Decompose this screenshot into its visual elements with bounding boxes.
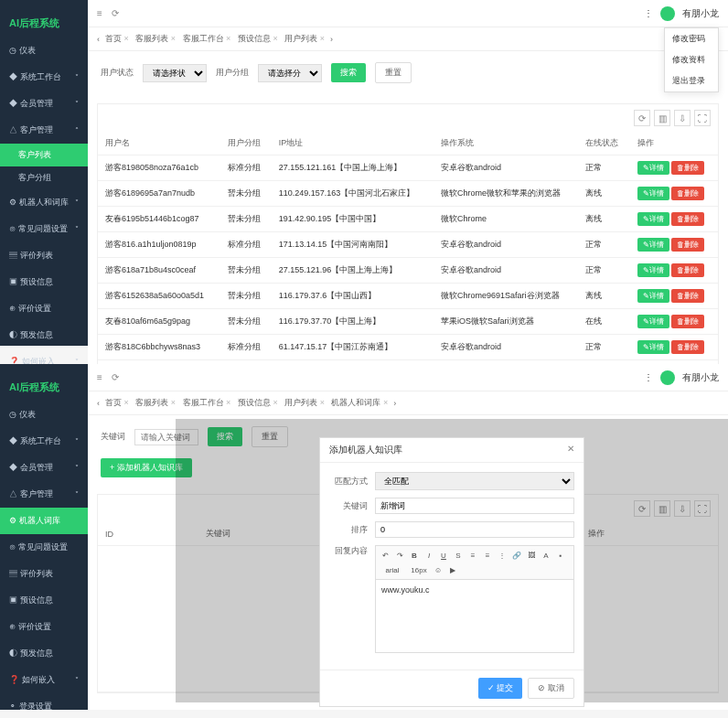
tab-close-icon[interactable]: × <box>320 34 325 43</box>
delete-button[interactable]: 🗑删除 <box>671 187 704 200</box>
keyword-input[interactable] <box>375 498 574 514</box>
detail-button[interactable]: ✎详情 <box>637 212 669 226</box>
tab[interactable]: 预设信息 × <box>238 398 278 407</box>
align-center-icon[interactable]: ≡ <box>481 549 494 562</box>
cancel-button[interactable]: ⊘ 取消 <box>528 678 574 699</box>
sidebar-item-5[interactable]: ⊙ 常见问题设置˅ <box>0 216 88 242</box>
tab[interactable]: 首页 × <box>105 398 129 407</box>
align-left-icon[interactable]: ≡ <box>466 549 479 562</box>
detail-button[interactable]: ✎详情 <box>637 263 669 277</box>
nav-next-icon[interactable]: › <box>330 35 333 44</box>
sidebar-item-4[interactable]: ⚙ 机器人词库 <box>0 508 88 534</box>
avatar[interactable] <box>660 370 675 385</box>
sidebar-item-5[interactable]: ⊙ 常见问题设置 <box>0 534 88 561</box>
strike-icon[interactable]: S <box>452 549 465 562</box>
tab-close-icon[interactable]: × <box>171 34 176 43</box>
delete-button[interactable]: 🗑删除 <box>671 340 704 354</box>
sidebar-item-2[interactable]: ◆ 会员管理˅ <box>0 91 88 117</box>
refresh-icon[interactable]: ⟳ <box>112 372 119 382</box>
emoji-icon[interactable]: ☺ <box>432 563 444 576</box>
menu-icon[interactable]: ≡ <box>97 8 102 18</box>
editor-textarea[interactable]: www.youku.c <box>375 580 574 653</box>
sidebar-item-3[interactable]: △ 客户管理˄ <box>0 117 88 144</box>
close-icon[interactable]: ✕ <box>567 444 574 456</box>
sidebar-item-1[interactable]: ◆ 系统工作台˅ <box>0 64 88 91</box>
tab-close-icon[interactable]: × <box>171 398 176 407</box>
user-menu-item[interactable]: 修改密码 <box>665 28 718 49</box>
video-icon[interactable]: ▶ <box>446 563 459 576</box>
export-icon[interactable]: ⇩ <box>674 110 691 126</box>
detail-button[interactable]: ✎详情 <box>637 289 669 303</box>
match-select[interactable]: 全匹配 <box>375 472 574 490</box>
tab[interactable]: 客服列表 × <box>135 34 176 43</box>
delete-button[interactable]: 🗑删除 <box>671 161 704 175</box>
filter-group-select[interactable]: 请选择分组 <box>258 64 322 82</box>
avatar[interactable] <box>660 6 675 21</box>
bg-icon[interactable]: ▪ <box>554 549 567 562</box>
undo-icon[interactable]: ↶ <box>379 549 391 562</box>
image-icon[interactable]: 🖼 <box>525 549 538 562</box>
sidebar-sub[interactable]: 客户分组 <box>0 166 88 189</box>
tab-close-icon[interactable]: × <box>124 34 129 43</box>
bold-icon[interactable]: B <box>408 549 421 562</box>
filter-status-select[interactable]: 请选择状态 <box>143 64 207 82</box>
list-icon[interactable]: ⋮ <box>496 549 509 562</box>
tab-close-icon[interactable]: × <box>226 34 230 43</box>
tab[interactable]: 预设信息 × <box>238 34 278 43</box>
sidebar-item-6[interactable]: ▤ 评价列表 <box>0 242 88 269</box>
user-menu-item[interactable]: 修改资料 <box>665 49 718 70</box>
reset-button[interactable]: 重置 <box>375 62 412 83</box>
tab[interactable]: 客服工作台 × <box>183 398 231 407</box>
menu-icon[interactable]: ≡ <box>97 372 102 382</box>
font-select[interactable]: arial <box>379 563 406 576</box>
reload-icon[interactable]: ⟳ <box>634 110 650 126</box>
sidebar-item-7[interactable]: ▣ 预设信息 <box>0 269 88 295</box>
detail-button[interactable]: ✎详情 <box>637 238 669 252</box>
sidebar-item-9[interactable]: ◐ 预发信息 <box>0 322 88 348</box>
user-menu-item[interactable]: 退出登录 <box>665 70 718 91</box>
detail-button[interactable]: ✎详情 <box>637 161 669 175</box>
submit-button[interactable]: ✓ 提交 <box>478 678 523 699</box>
columns-icon[interactable]: ▥ <box>654 110 670 126</box>
tab[interactable]: 用户列表 × <box>284 34 325 43</box>
tab-close-icon[interactable]: × <box>320 398 325 407</box>
size-select[interactable]: 16px <box>408 563 430 576</box>
italic-icon[interactable]: I <box>423 549 435 562</box>
sidebar-item-2[interactable]: ◆ 会员管理˅ <box>0 455 88 481</box>
tab-close-icon[interactable]: × <box>273 398 277 407</box>
sidebar-item-3[interactable]: △ 客户管理˅ <box>0 481 88 508</box>
tab-close-icon[interactable]: × <box>383 398 388 407</box>
more-icon[interactable]: ⋮ <box>644 372 653 382</box>
more-icon[interactable]: ⋮ <box>644 8 653 18</box>
tab-close-icon[interactable]: × <box>226 398 230 407</box>
refresh-icon[interactable]: ⟳ <box>112 8 119 18</box>
sidebar-item-7[interactable]: ▣ 预设信息 <box>0 587 88 614</box>
detail-button[interactable]: ✎详情 <box>637 187 669 200</box>
sidebar-item-9[interactable]: ◐ 预发信息 <box>0 640 88 667</box>
delete-button[interactable]: 🗑删除 <box>671 212 704 226</box>
delete-button[interactable]: 🗑删除 <box>671 315 704 328</box>
tab[interactable]: 客服列表 × <box>135 398 176 407</box>
sidebar-item-10[interactable]: ❓ 如何嵌入˅ <box>0 667 88 693</box>
sidebar-item-8[interactable]: ⊕ 评价设置 <box>0 614 88 640</box>
tab[interactable]: 首页 × <box>105 34 129 43</box>
tab-close-icon[interactable]: × <box>124 398 129 407</box>
sort-input[interactable] <box>375 521 574 538</box>
redo-icon[interactable]: ↷ <box>393 549 406 562</box>
sidebar-item-1[interactable]: ◆ 系统工作台˅ <box>0 428 88 455</box>
sidebar-item-0[interactable]: ◷ 仪表 <box>0 402 88 428</box>
nav-prev-icon[interactable]: ‹ <box>97 35 100 44</box>
detail-button[interactable]: ✎详情 <box>637 315 669 328</box>
tab[interactable]: 客服工作台 × <box>183 34 231 43</box>
detail-button[interactable]: ✎详情 <box>637 340 669 354</box>
nav-next-icon[interactable]: › <box>393 399 396 408</box>
user-name[interactable]: 有朋小龙 <box>682 371 719 384</box>
sidebar-item-0[interactable]: ◷ 仪表 <box>0 38 88 64</box>
link-icon[interactable]: 🔗 <box>510 549 523 562</box>
tab-close-icon[interactable]: × <box>273 34 277 43</box>
search-button[interactable]: 搜索 <box>331 63 366 82</box>
tab[interactable]: 机器人和词库 × <box>331 398 388 407</box>
tab[interactable]: 用户列表 × <box>284 398 325 407</box>
sidebar-sub[interactable]: 客户列表 <box>0 144 88 166</box>
delete-button[interactable]: 🗑删除 <box>671 238 704 252</box>
